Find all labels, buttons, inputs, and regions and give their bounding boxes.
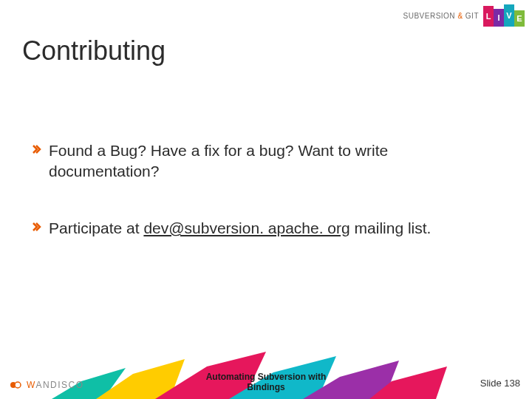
live-letter-e: E (514, 10, 525, 27)
footer-title-line2: Bindings (247, 382, 284, 392)
bullet-text: Participate at dev@subversion. apache. o… (49, 218, 431, 239)
footer-title-line1: Automating Subversion with (206, 372, 327, 382)
wandisco-mark-icon (10, 380, 24, 390)
mailing-list-link[interactable]: dev@subversion. apache. org (143, 219, 349, 236)
bullet-item: Found a Bug? Have a fix for a bug? Want … (33, 140, 502, 183)
svg-point-7 (15, 382, 21, 388)
bullet-prefix: Participate at (49, 219, 143, 236)
live-letter-l: L (483, 6, 494, 27)
slide-number: Slide 138 (480, 378, 520, 389)
live-letter-v: V (504, 4, 514, 27)
brand-subversion: SUBVERSION (403, 12, 456, 20)
wandisco-w: W (27, 380, 35, 390)
slide: SUBVERSION & GIT L I V E Contributing Fo… (0, 0, 532, 399)
brand-ampersand: & (457, 12, 463, 20)
wandisco-logo: WANDISCO (10, 380, 84, 390)
slide-title: Contributing (22, 35, 166, 66)
chevron-right-icon (33, 145, 41, 154)
bullet-suffix: mailing list. (350, 219, 432, 236)
live-letter-i: I (494, 9, 504, 27)
svg-marker-1 (96, 359, 185, 399)
footer-title: Automating Subversion with Bindings (185, 372, 347, 393)
chevron-right-icon (33, 222, 41, 231)
bullet-text: Found a Bug? Have a fix for a bug? Want … (49, 140, 502, 183)
live-logo: L I V E (483, 4, 525, 27)
brand-git: GIT (466, 12, 479, 20)
bullet-item: Participate at dev@subversion. apache. o… (33, 218, 502, 239)
header-brand: SUBVERSION & GIT L I V E (403, 4, 525, 27)
svg-marker-5 (369, 366, 447, 399)
wandisco-text: WANDISCO (27, 380, 84, 390)
slide-body: Found a Bug? Have a fix for a bug? Want … (33, 140, 502, 274)
wandisco-rest: ANDISCO (35, 380, 83, 390)
brand-text: SUBVERSION & GIT (403, 12, 479, 20)
